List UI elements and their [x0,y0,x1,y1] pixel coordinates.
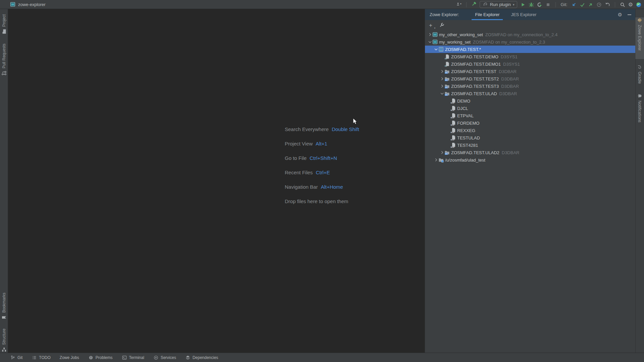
debug-icon[interactable] [529,2,534,7]
statusbar-button-label: Services [161,355,176,360]
tree-row[interactable]: MEMDEMO [425,97,635,105]
chevron-right-icon[interactable] [440,84,444,88]
statusbar-button-git[interactable]: Git [10,355,22,360]
services-icon [153,355,159,360]
chevron-right-icon[interactable] [440,69,444,74]
tool-stripe-button-structure[interactable]: Structure [0,323,8,352]
tree-row[interactable]: my_other_working_setZOSMFAD on my_connec… [425,31,635,38]
chevron-right-icon[interactable] [428,32,432,37]
run-configuration-selector[interactable]: Run plugin ▾ [480,1,518,8]
tool-stripe-button-project[interactable]: Project [0,10,8,34]
tool-stripe-button-pull-requests[interactable]: Pull Requests [0,40,8,76]
title-bar: zowe-explorer ▾ Run plugin ▾ Git: ⚙ [0,0,644,9]
tree-row[interactable]: DSZOSMFAD.TEST.TESTD3DBAR [425,68,635,75]
tool-stripe-label: Pull Requests [2,44,6,68]
gear-icon[interactable]: ⚙ [628,2,633,7]
git-branch-icon [10,355,15,360]
tree-row[interactable]: my_working_setZOSMFAD on my_connection_t… [425,38,635,46]
left-tool-stripe: ProjectPull RequestsBookmarksStructure [0,9,8,353]
chevron-right-icon[interactable] [440,150,444,155]
tool-stripe-button-notifications[interactable]: Notifications [635,93,644,131]
terminal-icon [122,355,127,360]
shortcut-hint-row: Recent FilesCtrl+E [285,165,359,180]
tree-row[interactable]: MEMTESTULAD [425,134,635,141]
zowe-diamond-icon: Z [637,17,642,23]
gradle-elephant-icon [483,1,488,7]
chevron-spacer [446,121,450,125]
file-explorer-tree: my_other_working_setZOSMFAD on my_connec… [425,30,635,164]
tool-stripe-button-zowe-explorer[interactable]: ZZowe Explorer [635,17,644,59]
run-icon[interactable] [520,2,526,7]
zowe-explorer-panel: Zowe Explorer: File ExplorerJES Explorer… [425,9,635,353]
tab-jes-explorer[interactable]: JES Explorer [509,9,538,20]
main-toolbar: ▾ Run plugin ▾ Git: ⚙ [456,0,641,9]
tool-stripe-label: Structure [2,328,6,345]
tree-row[interactable]: /u/zosmfad/ulad_test [425,156,635,164]
member-icon: MEM [450,120,457,126]
add-icon[interactable]: +▾ [429,22,434,28]
tool-stripe-button-gradle[interactable]: Gradle [635,64,644,89]
tree-node-name: ZOSMFAD.TEST.TEST3 [451,84,499,89]
member-icon: MEM [450,135,457,140]
structure-icon [1,347,7,352]
hide-panel-icon[interactable] [628,14,631,15]
chevron-right-icon[interactable] [434,158,438,162]
toolbar-separator [555,2,556,7]
svg-text:MEM: MEM [451,102,454,104]
hammer-build-icon[interactable] [471,1,477,7]
history-icon[interactable] [596,2,602,7]
run-with-coverage-icon[interactable] [537,2,542,7]
tree-row[interactable]: DSZOSMFAD.TEST.DEMO1D3SYS1 [425,60,635,68]
tab-file-explorer[interactable]: File Explorer [474,9,501,20]
statusbar-button-zowe-jobs[interactable]: Zowe Jobs [60,355,79,360]
tree-row[interactable]: MEMTEST4281 [425,141,635,149]
tree-node-name: TESTULAD [457,135,480,140]
svg-text:DS: DS [445,79,448,81]
dataset-folder-icon: DS [444,76,451,81]
tree-row[interactable]: MEMFORDEMO [425,119,635,127]
statusbar-button-problems[interactable]: Problems [88,355,113,360]
working-set-icon [432,39,439,45]
tree-row[interactable]: DSZOSMFAD.TEST.* [425,46,635,53]
chevron-down-icon[interactable] [434,47,438,52]
chevron-down-icon[interactable] [428,40,432,44]
shortcut-hint-row: Drop files here to open them [285,194,359,208]
title-bar-left: zowe-explorer [0,2,46,7]
tree-node-name: ZOSMFAD.TEST.TEST [451,69,496,74]
tool-stripe-label: Bookmarks [2,293,6,313]
bell-icon [637,93,642,99]
ide-logo-icon[interactable] [636,2,641,7]
chevron-down-icon[interactable] [440,91,444,96]
tool-stripe-button-bookmarks[interactable]: Bookmarks [0,289,8,320]
statusbar-button-label: Git [17,355,22,360]
search-everywhere-icon[interactable] [620,2,625,7]
gear-icon[interactable]: ⚙ [618,12,622,17]
shortcut-action-label: Recent Files [285,170,313,175]
tree-row[interactable]: DSZOSMFAD.TEST.TEST2D3DBAR [425,75,635,82]
tree-row[interactable]: DSZOSMFAD.TEST.TEST3D3DBAR [425,82,635,90]
statusbar-button-todo[interactable]: TODO [32,355,50,360]
tree-row[interactable]: MEMREXXEG [425,127,635,134]
editor-area: Search EverywhereDouble ShiftProject Vie… [8,9,425,353]
commit-icon[interactable] [580,2,585,7]
chevron-right-icon[interactable] [440,76,444,81]
rollback-icon[interactable] [605,2,610,7]
statusbar-button-terminal[interactable]: Terminal [122,355,144,360]
wrench-settings-icon[interactable] [439,22,444,28]
push-icon[interactable] [588,2,593,7]
stop-icon[interactable] [545,2,551,7]
tree-row[interactable]: DSZOSMFAD.TEST.ULAD2D3DBAR [425,149,635,156]
tree-row[interactable]: MEMDJCL [425,105,635,112]
svg-text:DS: DS [445,58,447,60]
chevron-spacer [446,143,450,147]
statusbar-button-services[interactable]: Services [153,355,176,360]
statusbar-button-dependencies[interactable]: Dependencies [185,355,218,360]
update-project-icon[interactable] [571,2,577,7]
pull-request-icon [1,70,7,76]
tree-row[interactable]: DSZOSMFAD.TEST.ULADD3DBAR [425,90,635,97]
tree-node-name: ZOSMFAD.TEST.TEST2 [451,76,499,81]
tree-row[interactable]: MEMETPVAL [425,112,635,119]
statusbar-button-label: Terminal [129,355,144,360]
tree-row[interactable]: DSZOSMFAD.TEST.DEMOD3SYS1 [425,53,635,60]
user-account-icon[interactable]: ▾ [456,1,462,7]
